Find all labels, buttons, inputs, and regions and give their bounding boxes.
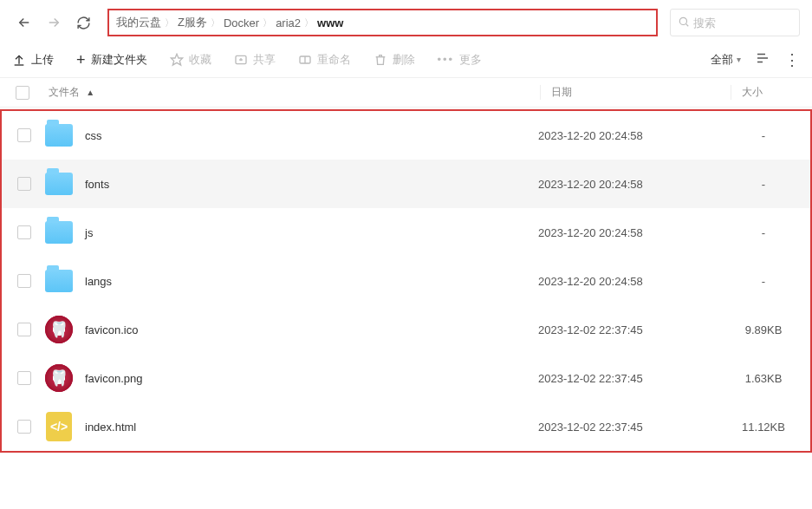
row-checkbox[interactable] — [17, 371, 31, 385]
dots-icon: ••• — [438, 53, 455, 66]
row-checkbox[interactable] — [17, 225, 31, 239]
upload-icon — [12, 53, 26, 67]
column-header-name[interactable]: 文件名 ▲ — [49, 85, 94, 100]
favicon-image-icon: 🦷 — [45, 364, 73, 392]
breadcrumb-item-1[interactable]: Z服务 — [178, 15, 207, 30]
kebab-menu-button[interactable]: ⋮ — [784, 52, 800, 68]
arrow-right-icon — [46, 15, 62, 30]
file-size: - — [729, 129, 798, 142]
file-name[interactable]: js — [85, 226, 538, 239]
column-header-date[interactable]: 日期 — [540, 85, 731, 100]
chevron-right-icon: 〉 — [263, 16, 272, 29]
row-checkbox[interactable] — [17, 274, 31, 288]
view-toggle-button[interactable] — [755, 50, 770, 69]
star-icon — [170, 53, 184, 67]
search-box[interactable] — [670, 9, 800, 36]
file-row[interactable]: js2023-12-20 20:24:58- — [2, 208, 810, 257]
top-bar: 我的云盘 〉 Z服务 〉 Docker 〉 aria2 〉 www — [0, 0, 812, 45]
delete-label: 删除 — [393, 52, 415, 68]
file-name[interactable]: favicon.png — [85, 372, 538, 385]
file-list: css2023-12-20 20:24:58-fonts2023-12-20 2… — [0, 109, 812, 453]
back-button[interactable] — [12, 10, 36, 35]
share-button[interactable]: 共享 — [234, 52, 276, 68]
more-label: 更多 — [459, 52, 482, 68]
filter-label: 全部 — [711, 52, 733, 68]
file-row[interactable]: fonts2023-12-20 20:24:58- — [2, 160, 810, 208]
folder-icon — [45, 221, 73, 244]
column-header-row: 文件名 ▲ 日期 大小 — [0, 78, 812, 108]
file-icon-cell: 🦷 — [43, 314, 75, 345]
file-date: 2023-12-02 22:37:45 — [538, 421, 729, 434]
file-name[interactable]: favicon.ico — [85, 323, 538, 336]
file-date: 2023-12-20 20:24:58 — [538, 129, 729, 142]
breadcrumb-item-3[interactable]: aria2 — [276, 16, 301, 29]
html-file-icon: </> — [46, 412, 72, 441]
svg-point-0 — [679, 17, 686, 24]
file-date: 2023-12-20 20:24:58 — [538, 226, 729, 239]
file-size: 1.63KB — [729, 372, 798, 385]
search-icon — [678, 16, 690, 30]
file-date: 2023-12-20 20:24:58 — [538, 275, 729, 288]
folder-icon — [45, 124, 73, 147]
select-all-checkbox[interactable] — [16, 86, 29, 100]
new-folder-button[interactable]: + 新建文件夹 — [76, 52, 147, 68]
list-view-icon — [755, 50, 770, 66]
file-name[interactable]: langs — [85, 275, 538, 288]
plus-icon: + — [76, 52, 86, 68]
file-row[interactable]: 🦷favicon.png2023-12-02 22:37:451.63KB — [2, 354, 810, 402]
file-icon-cell — [43, 217, 75, 248]
toolbar: 上传 + 新建文件夹 收藏 共享 重命名 删除 ••• 更多 全部 ▾ ⋮ — [0, 45, 812, 78]
file-name[interactable]: css — [85, 129, 538, 142]
breadcrumb-path: 我的云盘 〉 Z服务 〉 Docker 〉 aria2 〉 www — [107, 9, 658, 36]
file-size: - — [729, 275, 798, 288]
search-input[interactable] — [693, 16, 792, 29]
row-checkbox[interactable] — [17, 128, 31, 142]
favorite-button[interactable]: 收藏 — [170, 52, 211, 68]
rename-icon — [298, 53, 312, 67]
file-row[interactable]: langs2023-12-20 20:24:58- — [2, 257, 810, 305]
file-row[interactable]: 🦷favicon.ico2023-12-02 22:37:459.89KB — [2, 305, 810, 354]
arrow-left-icon — [16, 15, 32, 30]
sort-ascending-icon: ▲ — [86, 88, 94, 97]
file-date: 2023-12-20 20:24:58 — [538, 178, 729, 191]
filter-select[interactable]: 全部 ▾ — [711, 52, 741, 68]
chevron-down-icon: ▾ — [737, 55, 741, 64]
file-size: - — [729, 226, 798, 239]
folder-icon — [45, 173, 73, 195]
file-name[interactable]: fonts — [85, 178, 538, 191]
share-icon — [234, 53, 248, 67]
delete-button[interactable]: 删除 — [374, 52, 415, 68]
row-checkbox[interactable] — [17, 420, 31, 434]
file-icon-cell: 🦷 — [43, 362, 75, 394]
chevron-right-icon: 〉 — [304, 16, 314, 29]
breadcrumb-item-2[interactable]: Docker — [224, 16, 259, 29]
toolbar-right: 全部 ▾ ⋮ — [711, 50, 800, 69]
favicon-image-icon: 🦷 — [45, 316, 73, 343]
folder-icon — [45, 270, 73, 292]
forward-button[interactable] — [42, 10, 66, 35]
chevron-right-icon: 〉 — [211, 16, 220, 29]
file-icon-cell — [43, 120, 75, 151]
file-date: 2023-12-02 22:37:45 — [538, 323, 729, 336]
favorite-label: 收藏 — [189, 52, 211, 68]
file-row[interactable]: </>index.html2023-12-02 22:37:4511.12KB — [2, 402, 810, 451]
upload-button[interactable]: 上传 — [12, 52, 54, 68]
file-icon-cell — [43, 265, 75, 297]
file-name[interactable]: index.html — [85, 421, 538, 434]
rename-button[interactable]: 重命名 — [298, 52, 351, 68]
more-button[interactable]: ••• 更多 — [438, 52, 483, 68]
refresh-button[interactable] — [71, 10, 95, 35]
chevron-right-icon: 〉 — [165, 16, 174, 29]
file-row[interactable]: css2023-12-20 20:24:58- — [2, 111, 810, 160]
file-size: - — [729, 178, 798, 191]
column-header-size[interactable]: 大小 — [731, 85, 800, 100]
row-checkbox[interactable] — [17, 177, 31, 191]
breadcrumb-item-current[interactable]: www — [317, 16, 343, 29]
file-icon-cell: </> — [43, 411, 75, 442]
row-checkbox[interactable] — [17, 323, 31, 336]
share-label: 共享 — [253, 52, 276, 68]
upload-label: 上传 — [31, 52, 54, 68]
file-size: 11.12KB — [729, 421, 798, 434]
new-folder-label: 新建文件夹 — [91, 52, 147, 68]
breadcrumb-item-root[interactable]: 我的云盘 — [116, 15, 161, 30]
